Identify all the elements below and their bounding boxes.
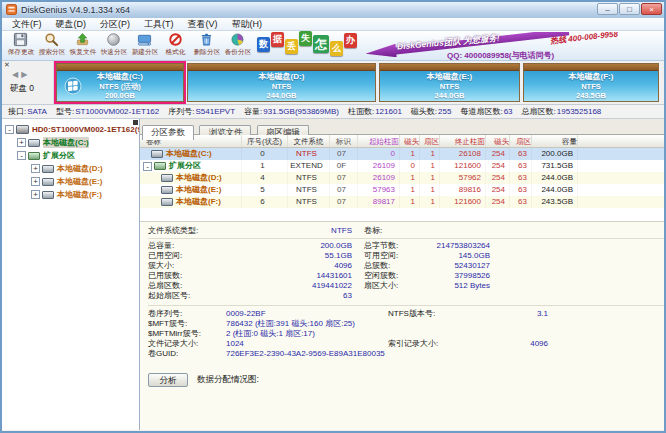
partition-row[interactable]: 本地磁盘(D:)4NTFS0726109115796225463244.0GB [140, 172, 664, 184]
disk-info-pair: 型号:ST1000VM002-1ET162 [56, 106, 159, 117]
expander-icon[interactable]: - [17, 151, 26, 160]
new-partition-button[interactable]: 新建分区 [129, 32, 160, 57]
column-header[interactable]: 文件系统 [288, 135, 330, 147]
quick-partition-button[interactable]: 快速分区 [98, 32, 129, 57]
disk-nav-strip: ✕ ◀▶ 硬盘 0 [2, 61, 54, 104]
ad-tile: 数 [257, 37, 270, 52]
menu-view[interactable]: 查看(V) [181, 18, 225, 31]
column-header[interactable]: 扇区 [510, 135, 532, 147]
search-partition-button[interactable]: 搜索分区 [36, 32, 67, 57]
panel-close-icon[interactable]: ✕ [4, 61, 10, 69]
save-changes-button[interactable]: 保存更改 [5, 32, 36, 57]
partition-blocks: 本地磁盘(C:) NTFS (活动) 200.0GB 本地磁盘(D:) NTFS… [54, 61, 664, 104]
detail-label: 簇大小: [148, 261, 226, 271]
expander-icon[interactable]: + [31, 190, 40, 199]
partition-name: 本地磁盘(F:) [524, 71, 658, 82]
detail-label [388, 329, 448, 339]
splitter-handle[interactable] [133, 120, 138, 125]
partition-name: 扩展分区 [169, 160, 201, 172]
expander-icon[interactable]: + [31, 164, 40, 173]
detail-value: 786432 (柱面:391 磁头:160 扇区:25) [226, 319, 376, 329]
cell: 89816 [440, 184, 486, 196]
tree-node[interactable]: -HD0:ST1000VM002-1ET162(932GB) [2, 123, 139, 136]
detail-value: NTFS [226, 226, 352, 238]
partition-block-e[interactable]: 本地磁盘(E:) NTFS 244.0GB [379, 63, 520, 102]
menu-bar: 文件(F) 硬盘(D) 分区(P) 工具(T) 查看(V) 帮助(H) [2, 18, 664, 31]
ad-tile: 丢 [285, 39, 298, 54]
detail-row: 起始扇区号:63 [148, 291, 664, 301]
detail-label: 卷序列号: [148, 309, 226, 319]
partition-row-label: 本地磁盘(F:) [140, 196, 242, 208]
detail-value [448, 319, 548, 329]
expander-icon[interactable]: - [143, 162, 152, 171]
partition-row[interactable]: 本地磁盘(E:)5NTFS0757963118981625463244.0GB [140, 184, 664, 196]
ad-tile: 办 [344, 33, 357, 48]
toolbar: 保存更改 搜索分区 恢复文件 快速分区 新建分区 格式化 删除分区 备份分区 [2, 31, 664, 61]
partition-row[interactable]: -扩展分区1EXTEND0F261090112160025463731.5GB [140, 160, 664, 172]
partition-block-f[interactable]: 本地磁盘(F:) NTFS 243.5GB [523, 63, 659, 102]
column-header[interactable]: 终止柱面 [440, 135, 486, 147]
maximize-button[interactable]: □ [619, 3, 640, 15]
menu-help[interactable]: 帮助(H) [225, 18, 270, 31]
disk-nav-arrows[interactable]: ◀▶ [12, 70, 30, 79]
partition-block-c[interactable]: 本地磁盘(C:) NTFS (活动) 200.0GB [56, 63, 184, 102]
drive-icon [42, 165, 54, 173]
detail-label: 总容量: [148, 241, 226, 251]
table-header-row: 卷标序号(状态)文件系统标识起始柱面磁头扇区终止柱面磁头扇区容量 [140, 135, 664, 148]
menu-file[interactable]: 文件(F) [5, 18, 49, 31]
partition-row[interactable]: 本地磁盘(C:)0NTFS070112610825463200.0GB [140, 148, 664, 160]
detail-label: NTFS版本号: [388, 309, 448, 319]
column-header[interactable]: 磁头 [486, 135, 510, 147]
tree-node[interactable]: +本地磁盘(C:) [2, 136, 139, 149]
menu-partition[interactable]: 分区(P) [93, 18, 137, 31]
cell: 07 [330, 172, 358, 184]
cell: 26109 [358, 160, 400, 172]
detail-row: $MFTMirr簇号:2 (柱面:0 磁头:1 扇区:17) [148, 329, 664, 339]
expander-icon[interactable]: + [31, 177, 40, 186]
partition-block-d[interactable]: 本地磁盘(D:) NTFS 244.0GB [187, 63, 376, 102]
column-header[interactable]: 磁头 [400, 135, 420, 147]
detail-value: 14431601 [226, 271, 352, 281]
expander-icon[interactable]: - [5, 125, 14, 134]
menu-disk[interactable]: 硬盘(D) [49, 18, 94, 31]
close-button[interactable]: × [641, 3, 662, 15]
expander-icon[interactable]: + [17, 138, 26, 147]
column-header[interactable]: 容量 [532, 135, 578, 147]
format-button[interactable]: 格式化 [160, 32, 191, 57]
recover-files-button[interactable]: 恢复文件 [67, 32, 98, 57]
tree-node[interactable]: -扩展分区 [2, 149, 139, 162]
column-header[interactable]: 序号(状态) [242, 135, 288, 147]
delete-partition-button[interactable]: 删除分区 [191, 32, 222, 57]
partition-type-strip [380, 64, 519, 71]
cell: 0 [358, 148, 400, 160]
tree-node[interactable]: +本地磁盘(E:) [2, 175, 139, 188]
detail-value: 726EF3E2-2390-43A2-9569-E89A31E80035 [226, 349, 376, 359]
detail-label: 文件记录大小: [148, 339, 226, 349]
partition-size: 243.5GB [524, 91, 658, 100]
partition-map-panel: ✕ ◀▶ 硬盘 0 本地磁盘(C:) NTFS (活动) 200.0GB 本地磁… [2, 61, 664, 105]
drive-icon [42, 178, 54, 186]
analyze-button[interactable]: 分析 [148, 373, 188, 387]
menu-tools[interactable]: 工具(T) [137, 18, 181, 31]
minimize-button[interactable]: – [597, 3, 618, 15]
backup-partition-button[interactable]: 备份分区 [222, 32, 253, 57]
detail-label [388, 319, 448, 329]
cell: 1 [420, 196, 440, 208]
detail-row: 文件系统类型:NTFS卷标: [148, 226, 664, 239]
partition-row[interactable]: 本地磁盘(F:)6NTFS07898171112160025463243.5GB [140, 196, 664, 208]
toolbar-label: 备份分区 [224, 47, 251, 57]
tree-node[interactable]: +本地磁盘(F:) [2, 188, 139, 201]
disk-tree-panel: -HD0:ST1000VM002-1ET162(932GB)+本地磁盘(C:)-… [2, 119, 140, 430]
cell: 07 [330, 148, 358, 160]
empty-row [140, 208, 664, 221]
disk-info-pair: 总扇区数:1953525168 [522, 106, 602, 117]
disk-info-value: 1953525168 [557, 107, 602, 116]
column-header[interactable]: 扇区 [420, 135, 440, 147]
column-header[interactable]: 起始柱面 [358, 135, 400, 147]
tree-node[interactable]: +本地磁盘(D:) [2, 162, 139, 175]
toolbar-label: 搜索分区 [38, 47, 65, 57]
tab-partition-params[interactable]: 分区参数 [142, 125, 194, 140]
ad-tile: 么 [330, 41, 343, 56]
column-header[interactable]: 标识 [330, 135, 358, 147]
save-icon [13, 32, 28, 47]
